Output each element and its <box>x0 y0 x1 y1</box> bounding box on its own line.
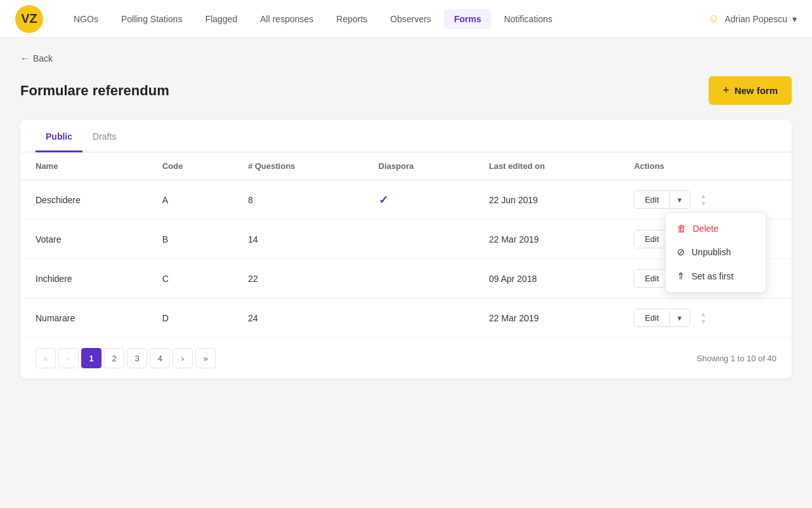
edit-btn-group: Edit ▼ <box>634 309 690 327</box>
row-questions: 14 <box>233 220 363 259</box>
table-row: Numarare D 24 22 Mar 2019 Edit ▼ <box>20 298 792 338</box>
navbar: VZ NGOs Polling Stations Flagged All res… <box>0 0 812 38</box>
row-code: C <box>147 259 233 298</box>
nav-item-flagged[interactable]: Flagged <box>195 9 247 29</box>
nav-username: Adrian Popescu <box>724 14 787 24</box>
edit-caret-button[interactable]: ▼ <box>669 311 690 326</box>
page-title: Formulare referendum <box>20 83 169 99</box>
page-3-button[interactable]: 3 <box>127 348 147 368</box>
set-as-first-label: Set as first <box>691 271 733 281</box>
edit-btn-group: Edit ▼ <box>634 190 690 209</box>
plus-icon: + <box>723 84 730 97</box>
nav-user[interactable]: ☺ Adrian Popescu ▾ <box>708 12 797 25</box>
nav-item-allresponses[interactable]: All responses <box>250 9 324 29</box>
pagination: « ‹ 1 2 3 4 › » <box>36 348 216 368</box>
edit-button[interactable]: Edit <box>634 270 669 287</box>
table-wrap: Name Code # Questions Diaspora Last edit… <box>20 152 792 337</box>
col-last-edited: Last edited on <box>474 152 619 180</box>
row-diaspora: ✓ <box>363 180 474 220</box>
dropdown-menu: 🗑 Delete ⊘ Unpublish ⇑ Set as first <box>665 212 766 293</box>
back-link[interactable]: ← Back <box>20 53 792 64</box>
nav-item-polling[interactable]: Polling Stations <box>111 9 193 29</box>
sort-down-icon[interactable]: ▼ <box>700 318 707 325</box>
tabs: Public Drafts <box>20 120 792 152</box>
tab-drafts[interactable]: Drafts <box>82 120 126 152</box>
user-icon: ☺ <box>708 12 719 25</box>
sort-down-icon[interactable]: ▼ <box>700 200 707 207</box>
col-actions: Actions <box>619 152 792 180</box>
row-questions: 24 <box>233 298 363 338</box>
page-prev-button[interactable]: ‹ <box>58 348 79 368</box>
row-name: Votare <box>20 220 147 259</box>
dropdown-delete[interactable]: 🗑 Delete <box>665 217 766 240</box>
row-actions-cell: Edit ▼ ▲ ▼ 🗑 <box>619 180 792 220</box>
row-last-edited: 09 Apr 2018 <box>474 259 619 298</box>
delete-label: Delete <box>693 224 718 234</box>
row-code: A <box>147 180 233 220</box>
page-4-button[interactable]: 4 <box>150 348 170 368</box>
edit-caret-button[interactable]: ▼ <box>669 192 690 208</box>
nav-item-notifications[interactable]: Notifications <box>494 9 562 29</box>
diaspora-check-icon: ✓ <box>379 194 388 206</box>
row-diaspora <box>363 298 474 338</box>
col-name: Name <box>20 152 147 180</box>
logo-icon: VZ <box>21 11 37 26</box>
row-last-edited: 22 Jun 2019 <box>474 180 619 220</box>
unpublish-icon: ⊘ <box>677 246 685 258</box>
col-questions: # Questions <box>233 152 363 180</box>
edit-button[interactable]: Edit <box>634 191 669 208</box>
nav-item-observers[interactable]: Observers <box>380 9 442 29</box>
table-row: Deschidere A 8 ✓ 22 Jun 2019 Edit ▼ <box>20 180 792 220</box>
col-code: Code <box>147 152 233 180</box>
row-diaspora <box>363 220 474 259</box>
trash-icon: 🗑 <box>677 223 686 234</box>
row-questions: 22 <box>233 259 363 298</box>
tab-public[interactable]: Public <box>36 120 82 152</box>
page-1-button[interactable]: 1 <box>81 348 102 368</box>
logo[interactable]: VZ <box>15 5 43 33</box>
page-first-button[interactable]: « <box>36 348 56 368</box>
row-code: B <box>147 220 233 259</box>
back-arrow-icon: ← <box>20 53 29 64</box>
new-form-button[interactable]: + New form <box>709 76 792 105</box>
row-last-edited: 22 Mar 2019 <box>474 220 619 259</box>
row-name: Inchidere <box>20 259 147 298</box>
row-questions: 8 <box>233 180 363 220</box>
page-next-button[interactable]: › <box>173 348 193 368</box>
sort-arrows: ▲ ▼ <box>700 192 707 207</box>
nav-user-caret: ▾ <box>792 14 797 24</box>
page-2-button[interactable]: 2 <box>104 348 124 368</box>
dropdown-unpublish[interactable]: ⊘ Unpublish <box>665 240 766 264</box>
sort-up-icon[interactable]: ▲ <box>700 192 707 199</box>
row-diaspora <box>363 259 474 298</box>
page-last-button[interactable]: » <box>195 348 216 368</box>
pagination-bar: « ‹ 1 2 3 4 › » Showing 1 to 10 of 40 <box>20 337 792 378</box>
set-first-icon: ⇑ <box>677 271 685 282</box>
dropdown-set-as-first[interactable]: ⇑ Set as first <box>665 264 766 288</box>
row-actions: Edit ▼ ▲ ▼ <box>634 190 776 209</box>
row-name: Deschidere <box>20 180 147 220</box>
row-actions: Edit ▼ ▲ ▼ <box>634 309 776 327</box>
new-form-label: New form <box>735 85 778 96</box>
row-name: Numarare <box>20 298 147 338</box>
forms-table: Name Code # Questions Diaspora Last edit… <box>20 152 792 337</box>
nav-items: NGOs Polling Stations Flagged All respon… <box>63 9 708 29</box>
row-actions-cell: Edit ▼ ▲ ▼ <box>619 298 792 338</box>
row-code: D <box>147 298 233 338</box>
unpublish-label: Unpublish <box>691 247 731 257</box>
nav-item-forms[interactable]: Forms <box>444 9 492 29</box>
sort-arrows: ▲ ▼ <box>700 311 707 325</box>
page-header: Formulare referendum + New form <box>20 76 792 105</box>
content: ← Back Formulare referendum + New form P… <box>0 38 812 394</box>
back-label: Back <box>33 53 53 64</box>
nav-item-reports[interactable]: Reports <box>326 9 377 29</box>
showing-text: Showing 1 to 10 of 40 <box>697 354 776 363</box>
edit-button[interactable]: Edit <box>634 309 669 326</box>
col-diaspora: Diaspora <box>363 152 474 180</box>
nav-item-ngos[interactable]: NGOs <box>63 9 108 29</box>
edit-button[interactable]: Edit <box>634 231 669 248</box>
forms-card: Public Drafts Name Code # Questions Dias… <box>20 120 792 378</box>
sort-up-icon[interactable]: ▲ <box>700 311 707 318</box>
row-last-edited: 22 Mar 2019 <box>474 298 619 338</box>
